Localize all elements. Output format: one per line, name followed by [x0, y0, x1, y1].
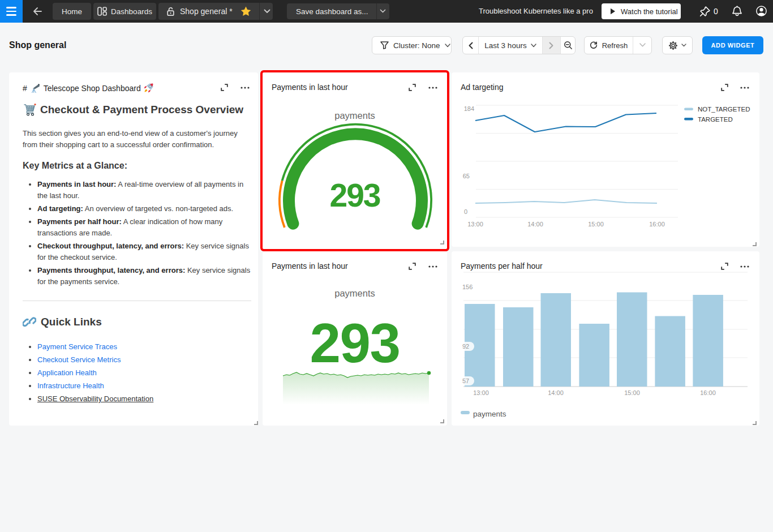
- svg-text:16:00: 16:00: [700, 389, 716, 396]
- svg-text:14:00: 14:00: [548, 389, 564, 396]
- svg-text:92: 92: [462, 343, 469, 350]
- svg-text:NOT_TARGETED: NOT_TARGETED: [698, 106, 750, 113]
- svg-text:16:00: 16:00: [649, 221, 665, 228]
- svg-text:13:00: 13:00: [467, 221, 483, 228]
- svg-text:13:00: 13:00: [473, 389, 489, 396]
- svg-text:TARGETED: TARGETED: [698, 116, 733, 123]
- svg-text:15:00: 15:00: [624, 389, 640, 396]
- svg-text:57: 57: [462, 377, 469, 384]
- svg-text:156: 156: [462, 284, 473, 290]
- svg-text:14:00: 14:00: [527, 221, 543, 228]
- svg-text:15:00: 15:00: [588, 221, 604, 228]
- svg-text:184: 184: [464, 105, 474, 112]
- svg-text:payments: payments: [473, 410, 506, 418]
- svg-text:0: 0: [464, 208, 467, 215]
- svg-text:65: 65: [463, 173, 470, 179]
